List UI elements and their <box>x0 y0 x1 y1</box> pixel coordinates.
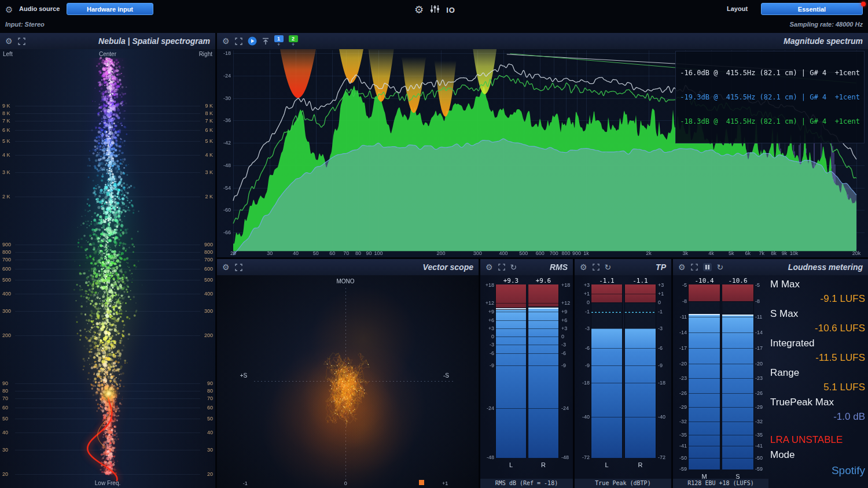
freq-tick-label: 50 <box>313 251 319 256</box>
reset-icon[interactable]: ↻ <box>605 263 612 271</box>
center-icons: ⚙ IO <box>414 3 455 16</box>
loudness-footer: R128 EBU +18 (LUFS) <box>673 479 768 488</box>
axis-tick-label: -1 <box>243 481 248 486</box>
fullscreen-icon[interactable] <box>593 264 599 271</box>
meter-gridline <box>625 348 656 349</box>
meter-bar <box>528 284 559 458</box>
meter-gridline <box>591 417 622 417</box>
truepeak-max-value: -1.0 dB <box>770 411 865 426</box>
db-tick-label: -36 <box>218 118 231 123</box>
minus-s-label: -S <box>443 372 449 379</box>
pause-icon[interactable] <box>703 263 712 271</box>
fullscreen-icon[interactable] <box>498 264 505 271</box>
fullscreen-icon[interactable] <box>235 264 242 271</box>
gear-icon[interactable]: ⚙ <box>678 263 686 271</box>
snapshot-1-add-button[interactable]: + <box>277 42 280 47</box>
freq-tick-label: 70 <box>343 251 349 256</box>
freq-tick-label: 30 <box>207 448 213 453</box>
hardware-input-button[interactable]: Hardware input <box>67 3 153 15</box>
meter-gridline <box>496 312 526 312</box>
freq-tick-label: 40 <box>2 430 8 435</box>
meter-gridline <box>496 365 526 366</box>
freq-tick-label: 400 <box>499 251 508 256</box>
meter-gridline <box>689 435 720 435</box>
meter-tick-label: 0 <box>658 300 661 305</box>
meter-gridline <box>722 301 753 302</box>
freq-tick-label: 60 <box>2 405 8 411</box>
over-zone <box>722 284 753 301</box>
meter-tick-label: -1 <box>658 309 663 315</box>
freq-tick-label: 80 <box>2 389 8 394</box>
loudness-stats: M Max -9.1 LUFS S Max -10.6 LUFS Integra… <box>770 279 865 477</box>
meter-gridline <box>496 303 526 304</box>
meter-tick-label: -18 <box>575 380 590 386</box>
meter-gridline <box>625 302 656 303</box>
freq-tick-label: 3 K <box>205 170 213 175</box>
sliders-icon[interactable] <box>430 5 440 16</box>
meter-tick-label: -6 <box>480 351 494 356</box>
gear-icon[interactable]: ⚙ <box>5 5 13 15</box>
io-icon[interactable]: IO <box>446 6 455 14</box>
meter-tick-label: -23 <box>673 376 687 381</box>
meter-tick-label: -59 <box>755 467 763 472</box>
freq-tick-label: 300 <box>204 309 213 314</box>
freq-tick-label: 900 <box>2 242 11 247</box>
meter-tick-label: -48 <box>561 455 569 460</box>
over-zone <box>528 284 558 306</box>
snapshot-2-button[interactable]: 2 <box>289 35 298 42</box>
reset-icon[interactable]: ↻ <box>717 263 724 271</box>
cursor-readout: -16.0dB @ 415.5Hz (82.1 cm) | G# 4 +1cen… <box>675 51 865 143</box>
db-tick-label: -30 <box>218 96 231 101</box>
snapshot-1-button[interactable]: 1 <box>274 35 284 42</box>
meter-tick-label: +12 <box>480 301 494 306</box>
reset-icon[interactable]: ↻ <box>510 263 517 271</box>
meter-gridline <box>722 393 753 394</box>
freq-tick-label: 500 <box>519 251 528 256</box>
fullscreen-icon[interactable] <box>691 264 698 271</box>
gear-icon[interactable]: ⚙ <box>486 263 493 271</box>
meter-tick-label: -9 <box>575 363 590 368</box>
essential-button[interactable]: Essential <box>761 3 863 15</box>
status-dot <box>861 2 866 6</box>
freq-tick-label: 500 <box>204 278 213 283</box>
meter-tick-label: -17 <box>673 346 687 351</box>
vector-scope-canvas[interactable] <box>217 275 479 488</box>
meter-tick-label: -24 <box>480 406 494 411</box>
fullscreen-icon[interactable] <box>235 38 242 45</box>
spatial-spectrogram-canvas[interactable] <box>0 49 215 488</box>
meter-tick-label: -29 <box>755 405 763 410</box>
gear-icon[interactable]: ⚙ <box>580 263 587 271</box>
integrated-label: Integrated <box>770 338 865 352</box>
freq-tick-label: 600 <box>204 267 213 272</box>
meter-tick-label: -26 <box>673 391 687 396</box>
top-bar-row1: ⚙ Audio source Hardware input ⚙ IO Layou… <box>0 0 868 19</box>
freq-tick-label: 3 K <box>2 170 10 175</box>
meter-value: +9.3 <box>503 277 519 284</box>
fullscreen-icon[interactable] <box>18 38 25 45</box>
play-icon[interactable] <box>248 36 257 46</box>
tp-footer: True Peak (dBTP) <box>575 479 671 488</box>
meter-tick-label: +3 <box>480 326 494 331</box>
meter-tick-label: -40 <box>658 415 665 420</box>
gear-icon[interactable]: ⚙ <box>222 37 230 45</box>
mode-value[interactable]: Spotify <box>770 464 865 477</box>
peak-hold-icon[interactable] <box>262 38 269 45</box>
snapshot-slot-2: 2 + <box>289 35 298 47</box>
freq-tick-label: 80 <box>355 251 361 256</box>
mono-label: MONO <box>336 278 354 284</box>
freq-tick-label: 20 <box>2 472 8 477</box>
m-max-label: M Max <box>770 279 865 293</box>
freq-tick-label: 70 <box>207 396 213 401</box>
meter-gridline <box>689 364 720 364</box>
freq-tick-label: 20 <box>207 472 213 477</box>
true-peak-panel: ⚙ ↻ TP -1.1-1.1+3+3+1+100-1-1-3-3-6-6-9-… <box>575 259 671 488</box>
over-zone <box>496 284 526 308</box>
gear-icon[interactable]: ⚙ <box>414 3 424 16</box>
range-value: 5.1 LUFS <box>770 382 865 397</box>
freq-tick-label: 300 <box>2 309 11 314</box>
readout-line-max: -16.0dB @ 415.5Hz (82.1 cm) | G# 4 +1cen… <box>680 69 860 77</box>
balance-marker[interactable] <box>419 480 424 485</box>
gear-icon[interactable]: ⚙ <box>5 37 13 45</box>
snapshot-2-add-button[interactable]: + <box>292 42 295 47</box>
gear-icon[interactable]: ⚙ <box>222 263 230 271</box>
